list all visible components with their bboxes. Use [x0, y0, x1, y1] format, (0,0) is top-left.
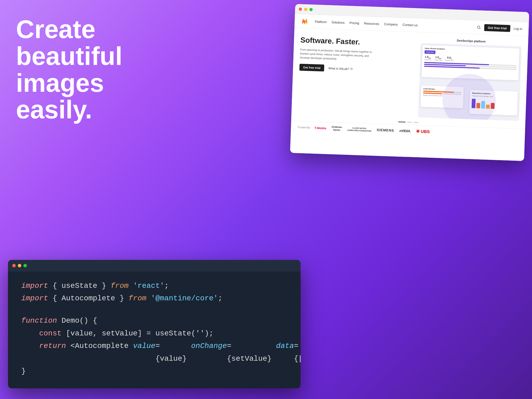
closing-brace: }	[21, 365, 26, 378]
code-line-5: return <Autocomplete value ={value} onCh…	[21, 340, 287, 365]
keyword-function: function	[21, 314, 57, 327]
gitlab-hero-title: Software. Faster.	[300, 36, 415, 48]
nav-contact[interactable]: Contact us	[402, 23, 418, 27]
code-line-6: }	[21, 365, 287, 378]
keyword-import-1: import	[21, 280, 48, 292]
trusted-logos: T-Mobile GoldmanSachs CLOUD NATIVECOMPUT…	[314, 125, 430, 135]
nav-pricing[interactable]: Pricing	[350, 21, 359, 25]
from-keyword-2: from	[128, 292, 146, 305]
hero-text: Create beautiful images easily.	[16, 16, 122, 123]
nvidia-logo: nVIDIA.	[399, 129, 411, 133]
gitlab-hero-buttons: Get free trial What is GitLab? ⊙	[299, 64, 414, 74]
keyword-import-2: import	[21, 292, 48, 305]
code-line-1: import { useState } from 'react' ;	[21, 280, 287, 292]
code-dot-maximize[interactable]	[23, 264, 27, 267]
ubs-logo: ❊ UBS	[416, 129, 430, 134]
what-is-gitlab-button[interactable]: What is GitLab? ⊙	[328, 66, 353, 71]
cncf-logo: CLOUD NATIVECOMPUTING FOUNDATION	[347, 127, 371, 132]
jsx-attr-onchange: onChange	[191, 340, 227, 352]
nav-solutions[interactable]: Solutions	[331, 20, 345, 24]
gitlab-nav-links: Platform Solutions Pricing Resources Com…	[315, 20, 418, 27]
trusted-label: Trusted By	[297, 126, 310, 129]
gitlab-logo-icon	[301, 17, 309, 25]
keyword-return: return	[39, 340, 66, 352]
string-mantine: '@mantine/core'	[151, 292, 218, 305]
hero-line-3: images	[16, 70, 122, 97]
hero-line-1: Create	[16, 16, 122, 43]
gitlab-hero-right: DevSecOps platform Value Stream Analytic…	[418, 38, 522, 121]
gitlab-nav-right: Get free trial Log in	[477, 24, 522, 32]
code-line-4: const [value, setValue] = useState('');	[21, 327, 287, 340]
jsx-attr-value: value	[133, 340, 155, 352]
gitlab-hero-description: From planning to production, GitLab brin…	[300, 47, 375, 62]
gitlab-hero-section: Software. Faster. From planning to produ…	[291, 28, 528, 124]
svg-point-0	[477, 26, 480, 28]
search-icon[interactable]	[477, 25, 481, 30]
browser-window: Platform Solutions Pricing Resources Com…	[290, 4, 529, 161]
code-dot-close[interactable]	[12, 264, 16, 267]
goldman-sachs-logo: GoldmanSachs	[331, 126, 342, 132]
get-free-trial-button[interactable]: Get free trial	[484, 24, 511, 32]
code-dot-minimize[interactable]	[18, 264, 21, 267]
code-titlebar	[8, 260, 301, 272]
browser-dot-minimize[interactable]	[304, 7, 307, 11]
jsx-attr-data: data	[276, 340, 294, 352]
svg-line-1	[479, 28, 480, 29]
nav-resources[interactable]: Resources	[364, 21, 379, 26]
siemens-logo: SIEMENS	[377, 128, 394, 132]
code-body: import { useState } from 'react' ; impor…	[8, 272, 301, 383]
hero-get-free-trial-button[interactable]: Get free trial	[299, 64, 324, 71]
string-react: 'react'	[133, 280, 164, 292]
code-line-2: import { Autocomplete } from '@mantine/c…	[21, 292, 287, 305]
page-dot-3[interactable]	[414, 122, 418, 123]
dashboard-mockup: Value Stream Analytics Overview 1.5mo Le…	[418, 43, 522, 121]
destructure-value: [value, setValue]	[66, 327, 142, 340]
code-blank-1	[21, 305, 287, 314]
hero-line-2: beautiful	[16, 43, 122, 70]
code-line-3: function Demo() {	[21, 314, 287, 327]
from-keyword-1: from	[111, 280, 128, 292]
gitlab-hero-left: Software. Faster. From planning to produ…	[299, 34, 415, 75]
login-button[interactable]: Log in	[513, 27, 522, 31]
page-dot-1[interactable]	[398, 122, 406, 123]
jsx-tag: <Autocomplete	[70, 340, 128, 352]
nav-platform[interactable]: Platform	[315, 20, 327, 24]
page-dot-2[interactable]	[407, 122, 412, 123]
tmobile-logo: T-Mobile	[314, 126, 326, 130]
usestate-call: useState('');	[155, 327, 213, 340]
nav-company[interactable]: Company	[384, 22, 398, 26]
code-editor-window: import { useState } from 'react' ; impor…	[8, 260, 301, 388]
browser-dot-close[interactable]	[299, 7, 302, 11]
hero-line-4: easily.	[16, 96, 122, 123]
browser-content: Platform Solutions Pricing Resources Com…	[290, 14, 529, 161]
keyword-const: const	[39, 327, 61, 340]
function-name: Demo() {	[61, 314, 97, 327]
browser-dot-maximize[interactable]	[309, 8, 313, 11]
chevron-right-icon: ⊙	[350, 67, 352, 70]
